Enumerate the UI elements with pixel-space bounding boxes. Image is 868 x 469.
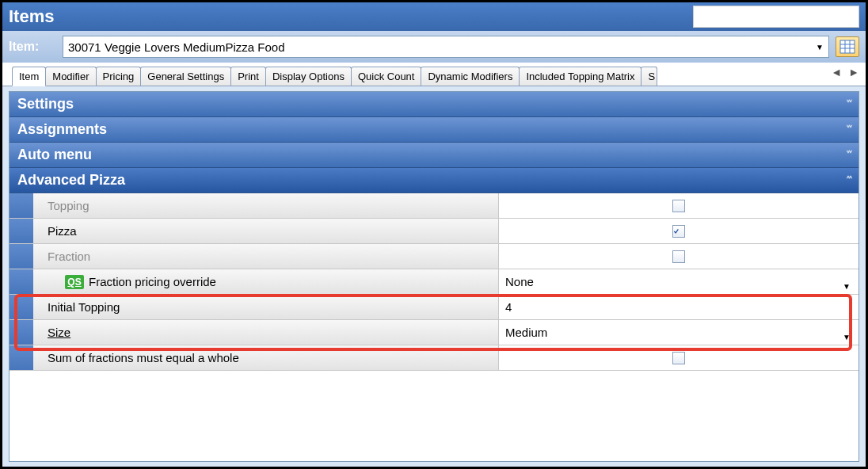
row-fraction-pricing-override: QS Fraction pricing override None ▼: [10, 269, 858, 295]
tab-item[interactable]: Item: [12, 67, 46, 86]
tab-quick-count[interactable]: Quick Count: [351, 67, 422, 86]
value-pizza[interactable]: [499, 219, 858, 243]
value-initial-topping[interactable]: 4: [499, 295, 858, 319]
chevron-down-icon: ▼: [816, 43, 824, 51]
row-gutter: [10, 269, 33, 294]
chevron-down-icon: ▼: [843, 282, 851, 291]
checkbox-sum-fractions[interactable]: [672, 352, 685, 364]
tab-included-topping-matrix[interactable]: Included Topping Matrix: [519, 67, 641, 86]
tabs-row: Item Modifier Pricing General Settings P…: [2, 63, 866, 86]
section-settings-label: Settings: [17, 96, 74, 112]
row-gutter: [10, 320, 33, 345]
tab-partial[interactable]: S: [641, 67, 657, 86]
row-fraction: Fraction: [10, 244, 858, 269]
value-fraction-pricing-override[interactable]: None ▼: [499, 269, 858, 294]
tab-print[interactable]: Print: [230, 67, 266, 86]
tab-nav: ◄ ►: [829, 66, 861, 78]
section-assignments[interactable]: Assignments ˅˅: [10, 117, 858, 143]
value-sum-fractions[interactable]: [499, 345, 858, 370]
checkmark-icon: [673, 227, 680, 236]
value-text-size: Medium: [505, 326, 547, 339]
grid-edit-button[interactable]: [836, 36, 859, 57]
tab-dynamic-modifiers[interactable]: Dynamic Modifiers: [421, 67, 520, 86]
label-pizza: Pizza: [33, 219, 499, 243]
section-assignments-label: Assignments: [17, 121, 107, 138]
row-gutter: [10, 193, 33, 218]
svg-rect-0: [840, 40, 855, 53]
section-auto-menu-label: Auto menu: [17, 147, 92, 163]
checkbox-topping[interactable]: [672, 200, 685, 212]
chevron-down-icon: ▼: [843, 333, 851, 341]
value-topping[interactable]: [499, 193, 858, 218]
value-text-fpo: None: [505, 275, 534, 288]
label-fraction: Fraction: [33, 244, 499, 269]
header-bar: Items: [2, 2, 866, 31]
chevron-down-double-icon: ˅˅: [846, 99, 851, 110]
label-initial-topping: Initial Topping: [33, 295, 499, 319]
section-advanced-pizza-label: Advanced Pizza: [17, 172, 125, 189]
row-gutter: [10, 219, 33, 243]
row-topping: Topping: [10, 193, 858, 219]
value-size[interactable]: Medium ▼: [499, 320, 858, 345]
label-fraction-pricing-override: QS Fraction pricing override: [33, 269, 499, 294]
label-text-fpo: Fraction pricing override: [89, 275, 216, 288]
tab-scroll-right-icon[interactable]: ►: [847, 66, 861, 78]
content-wrap: Settings ˅˅ Assignments ˅˅ Auto menu ˅˅ …: [2, 86, 866, 467]
tab-display-options[interactable]: Display Options: [265, 67, 352, 86]
checkbox-fraction[interactable]: [672, 250, 685, 263]
chevron-up-double-icon: ˄˄: [846, 175, 851, 186]
advanced-pizza-grid: Topping Pizza: [10, 193, 858, 371]
content-panel: Settings ˅˅ Assignments ˅˅ Auto menu ˅˅ …: [9, 91, 859, 462]
section-settings[interactable]: Settings ˅˅: [10, 92, 858, 117]
checkbox-pizza[interactable]: [672, 225, 685, 238]
item-dropdown-value: 30071 Veggie Lovers MediumPizza Food: [68, 40, 285, 54]
item-label: Item:: [9, 40, 56, 54]
page-title: Items: [9, 6, 693, 27]
row-gutter: [10, 244, 33, 269]
item-selector-row: Item: 30071 Veggie Lovers MediumPizza Fo…: [2, 31, 866, 63]
tab-pricing[interactable]: Pricing: [96, 67, 142, 86]
row-size: Size Medium ▼: [10, 320, 858, 345]
tab-modifier[interactable]: Modifier: [45, 67, 96, 86]
chevron-down-double-icon: ˅˅: [846, 124, 851, 135]
item-dropdown[interactable]: 30071 Veggie Lovers MediumPizza Food ▼: [63, 36, 829, 58]
tab-scroll-left-icon[interactable]: ◄: [829, 66, 843, 78]
tab-general-settings[interactable]: General Settings: [140, 67, 231, 86]
chevron-down-double-icon: ˅˅: [846, 150, 851, 161]
row-pizza: Pizza: [10, 219, 858, 244]
section-advanced-pizza[interactable]: Advanced Pizza ˄˄: [10, 168, 858, 193]
qs-icon: QS: [65, 275, 84, 289]
row-initial-topping: Initial Topping 4: [10, 295, 858, 320]
header-search-box[interactable]: [693, 6, 859, 28]
label-size: Size: [33, 320, 499, 345]
value-fraction[interactable]: [499, 244, 858, 269]
label-text-size: Size: [48, 326, 70, 339]
row-sum-fractions: Sum of fractions must equal a whole: [10, 345, 858, 371]
label-topping: Topping: [33, 193, 499, 218]
row-gutter: [10, 345, 33, 370]
row-gutter: [10, 295, 33, 319]
label-sum-fractions: Sum of fractions must equal a whole: [33, 345, 499, 370]
value-text-initial-topping: 4: [505, 300, 512, 314]
grid-icon: [839, 40, 855, 54]
section-auto-menu[interactable]: Auto menu ˅˅: [10, 143, 858, 168]
